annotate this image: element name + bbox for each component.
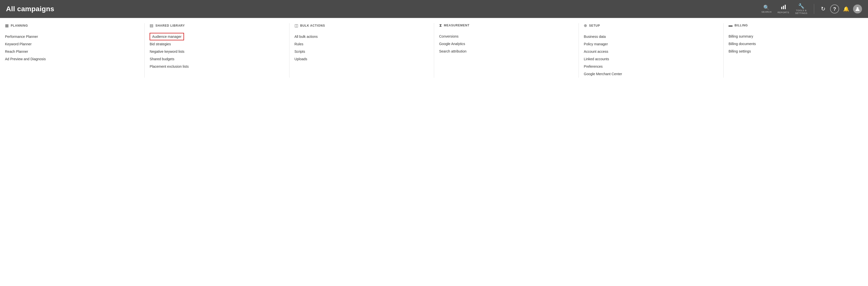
search-icon: 🔍 <box>763 5 770 10</box>
tools-label: TOOLS &SETTINGS <box>795 9 807 15</box>
menu-item-placement-exclusion-lists[interactable]: Placement exclusion lists <box>150 63 284 70</box>
shared-library-section-icon: ▤ <box>150 23 153 28</box>
tools-icon: 🔧 <box>798 3 804 8</box>
search-label: SEARCH <box>762 11 772 13</box>
menu-item-all-bulk-actions[interactable]: All bulk actions <box>294 33 429 40</box>
menu-item-ad-preview[interactable]: Ad Preview and Diagnosis <box>5 55 140 63</box>
refresh-button[interactable]: ↻ <box>818 4 828 14</box>
menu-item-bid-strategies[interactable]: Bid strategies <box>150 40 284 48</box>
help-button[interactable]: ? <box>830 4 839 13</box>
reports-icon <box>781 4 786 10</box>
menu-item-linked-accounts[interactable]: Linked accounts <box>584 55 718 63</box>
menu-item-reach-planner[interactable]: Reach Planner <box>5 48 140 55</box>
svg-rect-2 <box>785 5 786 9</box>
reports-label: REPORTS <box>777 11 789 14</box>
menu-item-billing-summary[interactable]: Billing summary <box>728 33 863 40</box>
menu-item-billing-documents[interactable]: Billing documents <box>728 40 863 47</box>
header-divider <box>814 4 814 14</box>
section-header-shared-library: ▤SHARED LIBRARY <box>150 23 284 29</box>
menu-item-shared-budgets[interactable]: Shared budgets <box>150 55 284 63</box>
menu-item-business-data[interactable]: Business data <box>584 33 718 40</box>
svg-rect-0 <box>781 7 782 9</box>
measurement-section-icon: ⧗ <box>439 23 442 28</box>
section-title-setup: SETUP <box>589 24 600 27</box>
section-header-billing: ▬BILLING <box>728 23 863 29</box>
menu-item-negative-keyword-lists[interactable]: Negative keyword lists <box>150 48 284 55</box>
page-title: All campaigns <box>6 5 54 13</box>
menu-section-measurement: ⧗MEASUREMENTConversionsGoogle AnalyticsS… <box>434 23 579 78</box>
menu-item-account-access[interactable]: Account access <box>584 48 718 55</box>
menu-item-preferences[interactable]: Preferences <box>584 63 718 70</box>
top-header: All campaigns 🔍 SEARCH REPORTS 🔧 TO <box>0 0 868 18</box>
menu-section-setup: ⊕SETUPBusiness dataPolicy managerAccount… <box>579 23 723 78</box>
menu-item-search-attribution[interactable]: Search attribution <box>439 47 574 55</box>
setup-section-icon: ⊕ <box>584 23 587 28</box>
tools-button[interactable]: 🔧 TOOLS &SETTINGS <box>793 2 810 16</box>
section-header-bulk-actions: ◫BULK ACTIONS <box>294 23 429 29</box>
planning-section-icon: ▦ <box>5 23 9 28</box>
menu-item-audience-manager[interactable]: Audience manager <box>150 33 184 40</box>
section-header-setup: ⊕SETUP <box>584 23 718 29</box>
menu-item-google-merchant-center[interactable]: Google Merchant Center <box>584 70 718 78</box>
section-header-planning: ▦PLANNING <box>5 23 140 29</box>
notifications-button[interactable]: 🔔 <box>841 4 851 14</box>
svg-point-3 <box>857 7 859 9</box>
menu-item-rules[interactable]: Rules <box>294 40 429 48</box>
section-title-measurement: MEASUREMENT <box>444 24 469 27</box>
menu-section-billing: ▬BILLINGBilling summaryBilling documents… <box>724 23 868 78</box>
reports-button[interactable]: REPORTS <box>775 3 792 15</box>
section-title-bulk-actions: BULK ACTIONS <box>300 24 325 27</box>
menu-item-performance-planner[interactable]: Performance Planner <box>5 33 140 40</box>
menu-item-conversions[interactable]: Conversions <box>439 33 574 40</box>
header-icon-group: 🔍 SEARCH REPORTS 🔧 TOOLS &SETTINGS <box>759 2 810 16</box>
menu-section-bulk-actions: ◫BULK ACTIONSAll bulk actionsRulesScript… <box>289 23 434 78</box>
search-button[interactable]: 🔍 SEARCH <box>759 3 774 15</box>
menu-item-keyword-planner[interactable]: Keyword Planner <box>5 40 140 48</box>
avatar[interactable] <box>853 4 862 13</box>
svg-rect-1 <box>783 6 784 9</box>
bulk-actions-section-icon: ◫ <box>294 23 298 28</box>
menu-item-uploads[interactable]: Uploads <box>294 55 429 63</box>
dropdown-menu: ▦PLANNINGPerformance PlannerKeyword Plan… <box>0 18 868 85</box>
section-title-billing: BILLING <box>735 24 748 27</box>
section-header-measurement: ⧗MEASUREMENT <box>439 23 574 29</box>
section-title-shared-library: SHARED LIBRARY <box>155 24 185 27</box>
menu-item-billing-settings[interactable]: Billing settings <box>728 47 863 55</box>
section-title-planning: PLANNING <box>11 24 28 27</box>
menu-item-scripts[interactable]: Scripts <box>294 48 429 55</box>
menu-section-planning: ▦PLANNINGPerformance PlannerKeyword Plan… <box>0 23 145 78</box>
menu-item-policy-manager[interactable]: Policy manager <box>584 40 718 48</box>
billing-section-icon: ▬ <box>728 23 733 28</box>
menu-section-shared-library: ▤SHARED LIBRARYAudience managerBid strat… <box>145 23 289 78</box>
header-right: 🔍 SEARCH REPORTS 🔧 TOOLS &SETTINGS ↻ <box>759 2 862 16</box>
menu-item-google-analytics[interactable]: Google Analytics <box>439 40 574 47</box>
